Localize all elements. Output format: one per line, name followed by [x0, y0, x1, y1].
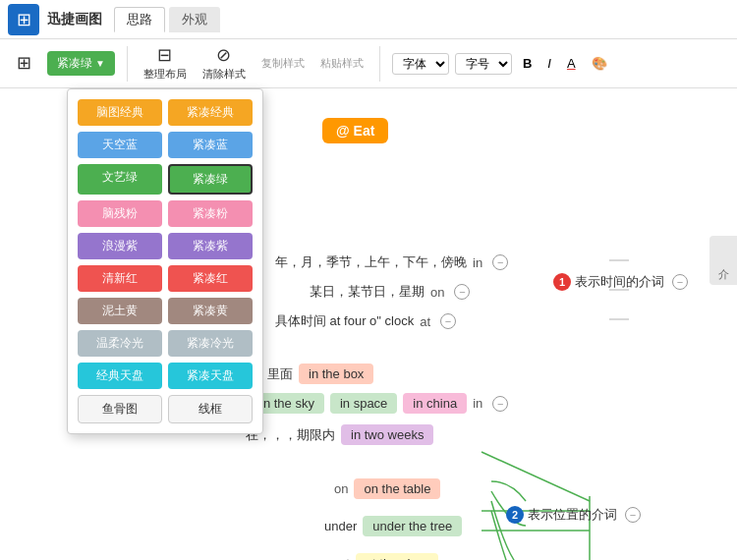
time-row-3: 具体时间 at four o" clock at − [275, 312, 456, 330]
paste-style-label: 粘贴样式 [320, 56, 364, 71]
paste-style-button[interactable]: 粘贴样式 [316, 54, 368, 73]
theme-sky-plate[interactable]: 经典天盘 [78, 363, 162, 389]
in-the-box-chip[interactable]: in the box [299, 364, 373, 384]
position-badge: 2 [506, 506, 524, 524]
app-icon: ⊞ [8, 4, 39, 35]
theme-niutu-classic[interactable]: 脑图经典 [78, 99, 162, 126]
time-row2-collapse[interactable]: − [454, 284, 470, 300]
location-row-1: in the sky in space in china in − [251, 393, 508, 414]
theme-compact-red[interactable]: 紧凑红 [168, 265, 253, 292]
position-section: 2 表示位置的介词 − [506, 506, 641, 524]
theme-cool-light[interactable]: 温柔冷光 [78, 330, 162, 357]
layout-label: 整理布局 [143, 67, 187, 82]
on-the-table-label: on the table [364, 481, 430, 496]
bold-button[interactable]: B [518, 54, 537, 73]
font-size-select[interactable]: 字号 [455, 53, 512, 75]
structure-button[interactable]: ⊞ [8, 51, 39, 77]
theme-pink[interactable]: 脑残粉 [78, 200, 162, 227]
in-the-box-row: 里面 in the box [267, 364, 373, 384]
eat-label: @ Eat [336, 123, 374, 139]
clear-style-label: 清除样式 [202, 67, 246, 82]
under-the-tree-chip[interactable]: under the tree [363, 516, 462, 536]
on-label-2: on [334, 481, 348, 496]
in-the-box-label: in the box [309, 366, 364, 381]
at-label-2: at [339, 556, 350, 560]
in-the-sky-label: in the sky [260, 396, 314, 411]
theme-fishbone[interactable]: 鱼骨图 [78, 395, 162, 423]
in-china-label: in china [413, 396, 457, 411]
in-row-collapse[interactable]: − [492, 396, 508, 412]
position-section-collapse[interactable]: − [625, 507, 641, 523]
separator-1 [127, 46, 128, 82]
font-group: 字体 字号 B I A 🎨 [392, 53, 612, 75]
clear-style-button[interactable]: ⊘ 清除样式 [198, 43, 250, 84]
under-label: under [324, 519, 357, 533]
theme-wireframe[interactable]: 线框 [168, 395, 253, 423]
on-label-1: on [430, 285, 444, 300]
in-label-1: in [473, 255, 482, 270]
time-section-collapse[interactable]: − [672, 274, 688, 290]
theme-dropdown: 脑图经典 紧凑经典 天空蓝 紧凑蓝 文艺绿 紧凑绿 脑残粉 紧凑粉 浪漫紫 紧凑… [67, 88, 263, 434]
theme-arrow-icon: ▼ [95, 58, 105, 69]
time-phrase-2: 某日，某节日，星期 [310, 283, 425, 301]
theme-art-green[interactable]: 文艺绿 [78, 164, 162, 195]
under-the-tree-row: under under the tree [324, 516, 462, 536]
time-preposition-section: 1 表示时间的介词 − [553, 273, 688, 291]
at-the-shop-label: at the shop [366, 556, 428, 560]
theme-earth-yellow[interactable]: 泥土黄 [78, 298, 162, 324]
highlight-button[interactable]: 🎨 [587, 54, 612, 73]
theme-compact-yellow[interactable]: 紧凑黄 [168, 298, 253, 324]
theme-compact-purple[interactable]: 紧凑紫 [168, 233, 253, 259]
time-row-2: 某日，某节日，星期 on − [310, 283, 470, 301]
time-row3-collapse[interactable]: − [440, 313, 456, 329]
tab-silu[interactable]: 思路 [114, 7, 165, 32]
theme-purple[interactable]: 浪漫紫 [78, 233, 162, 259]
position-section-label: 表示位置的介词 [528, 506, 617, 524]
theme-compact-cool[interactable]: 紧凑冷光 [168, 330, 253, 357]
in-two-weeks-chip[interactable]: in two weeks [341, 424, 433, 445]
at-the-shop-row: at at the shop [339, 553, 438, 560]
time-phrase-1: 年，月，季节，上午，下午，傍晚 [275, 253, 467, 271]
on-the-table-row: on on the table [334, 478, 440, 499]
under-the-tree-label: under the tree [372, 519, 452, 533]
in-label-3: in [473, 396, 482, 411]
layout-button[interactable]: ⊟ 整理布局 [140, 43, 191, 84]
at-the-shop-chip[interactable]: at the shop [356, 553, 438, 560]
theme-grid: 脑图经典 紧凑经典 天空蓝 紧凑蓝 文艺绿 紧凑绿 脑残粉 紧凑粉 浪漫紫 紧凑… [78, 99, 253, 389]
title-bar: ⊞ 迅捷画图 思路 外观 [0, 0, 737, 39]
theme-compact-pink[interactable]: 紧凑粉 [168, 200, 253, 227]
copy-style-label: 复制样式 [261, 56, 305, 71]
theme-compact-blue[interactable]: 紧凑蓝 [168, 132, 253, 158]
inside-label: 里面 [267, 365, 293, 383]
theme-red[interactable]: 清新红 [78, 265, 162, 292]
in-two-weeks-label: in two weeks [351, 427, 424, 442]
toolbar: ⊞ 紧凑绿 ▼ ⊟ 整理布局 ⊘ 清除样式 复制样式 粘贴样式 字体 字号 B … [0, 39, 737, 88]
italic-button[interactable]: I [542, 54, 556, 73]
tab-waiguan[interactable]: 外观 [169, 7, 220, 32]
time-limit-row: 在，，，期限内 in two weeks [246, 424, 433, 445]
theme-sky-blue[interactable]: 天空蓝 [78, 132, 162, 158]
font-color-button[interactable]: A [562, 54, 581, 73]
theme-compact-green[interactable]: 紧凑绿 [168, 164, 253, 195]
theme-button[interactable]: 紧凑绿 ▼ [47, 51, 115, 76]
layout-icon: ⊟ [157, 45, 172, 67]
in-space-chip[interactable]: in space [330, 393, 397, 414]
right-panel-edge[interactable]: 介 [709, 236, 737, 285]
in-china-chip[interactable]: in china [403, 393, 467, 414]
time-row1-collapse[interactable]: − [492, 254, 508, 270]
time-badge: 1 [553, 273, 571, 291]
app-title: 迅捷画图 [47, 11, 102, 28]
copy-style-button[interactable]: 复制样式 [257, 54, 309, 73]
svg-line-3 [482, 452, 590, 501]
tab-bar: 思路 外观 [114, 7, 220, 32]
in-space-label: in space [340, 396, 387, 411]
theme-compact-classic[interactable]: 紧凑经典 [168, 99, 253, 126]
separator-2 [379, 46, 380, 82]
time-section-label: 表示时间的介词 [575, 273, 664, 291]
theme-compact-sky[interactable]: 紧凑天盘 [168, 363, 253, 389]
eat-node[interactable]: @ Eat [322, 118, 388, 143]
time-row-1: 年，月，季节，上午，下午，傍晚 in − [275, 253, 508, 271]
on-the-table-chip[interactable]: on the table [354, 478, 440, 499]
at-label-1: at [420, 314, 430, 329]
font-select[interactable]: 字体 [392, 53, 449, 75]
